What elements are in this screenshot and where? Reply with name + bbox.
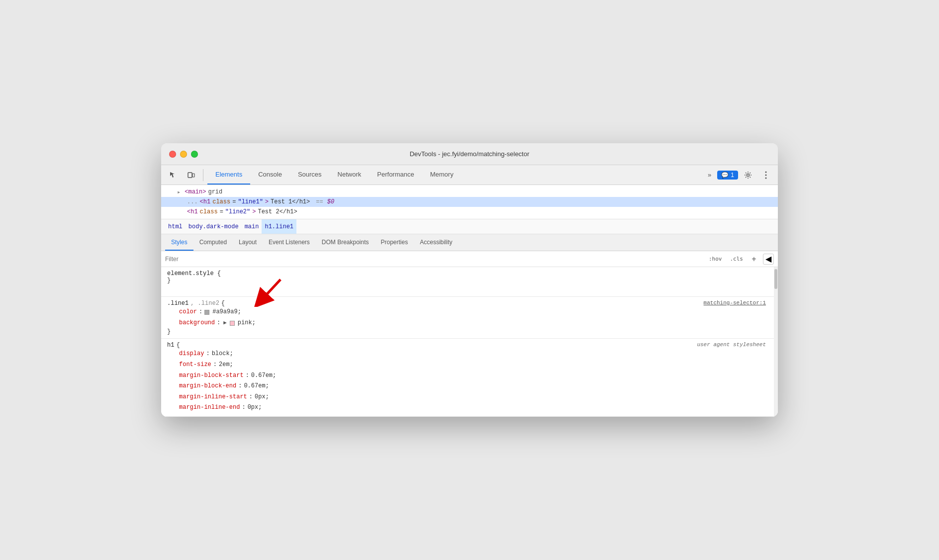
tab-dom-breakpoints[interactable]: DOM Breakpoints: [316, 234, 375, 251]
panel-tabs: Styles Computed Layout Event Listeners D…: [161, 234, 778, 251]
filter-actions: :hov .cls + ◀: [707, 254, 774, 265]
styles-panel: element.style { }: [161, 267, 778, 417]
filter-input[interactable]: [165, 256, 703, 263]
svg-rect-1: [192, 174, 194, 177]
breadcrumb-h1[interactable]: h1.line1: [262, 219, 296, 234]
tab-event-listeners[interactable]: Event Listeners: [263, 234, 316, 251]
line1-line2-block: .line1, .line2 { matching-selector:1 col…: [161, 297, 778, 339]
close-button[interactable]: [169, 151, 176, 158]
user-agent-label: user agent stylesheet: [697, 342, 766, 348]
inspect-element-button[interactable]: [165, 167, 181, 183]
dom-row-main[interactable]: ▸ <main> grid: [161, 187, 778, 197]
tab-accessibility[interactable]: Accessibility: [414, 234, 458, 251]
add-style-button[interactable]: +: [749, 254, 759, 264]
filter-bar: :hov .cls + ◀: [161, 251, 778, 267]
tab-elements[interactable]: Elements: [207, 165, 250, 185]
svg-point-2: [747, 174, 750, 176]
device-toggle-button[interactable]: [183, 167, 199, 183]
toolbar-divider: [203, 169, 203, 181]
prop-display: display : block;: [167, 349, 772, 360]
dom-tree: ▸ <main> grid ... <h1 class="line1"> Tes…: [161, 185, 778, 219]
prop-margin-block-start: margin-block-start : 0.67em;: [167, 371, 772, 381]
tab-computed[interactable]: Computed: [193, 234, 233, 251]
h1-ua-block: h1 { user agent stylesheet display : blo…: [161, 339, 778, 417]
tab-network[interactable]: Network: [330, 165, 370, 185]
scrollbar-thumb[interactable]: [774, 269, 777, 289]
prop-margin-inline-start: margin-inline-start : 0px;: [167, 392, 772, 403]
svg-point-4: [765, 174, 767, 176]
dots-indicator: ...: [187, 198, 198, 205]
tab-performance[interactable]: Performance: [369, 165, 422, 185]
color-swatch-pink[interactable]: [230, 321, 235, 326]
expand-arrow-icon[interactable]: ▶: [223, 318, 227, 328]
cls-button[interactable]: .cls: [728, 255, 746, 263]
breadcrumb-main[interactable]: main: [242, 219, 262, 234]
prop-margin-inline-end: margin-inline-end : 0px;: [167, 402, 772, 413]
settings-button[interactable]: [740, 167, 756, 183]
devtools-toolbar: Elements Console Sources Network Perform…: [161, 165, 778, 185]
source-link-matching[interactable]: matching-selector:1: [704, 300, 766, 306]
feedback-badge[interactable]: 💬 1: [717, 171, 738, 180]
color-swatch-gray[interactable]: [204, 310, 209, 315]
dom-row-h1-line2[interactable]: <h1 class="line2"> Test 2</h1>: [161, 207, 778, 217]
tab-memory[interactable]: Memory: [422, 165, 462, 185]
prop-background: background : ▶ pink;: [167, 318, 772, 329]
toolbar-tabs: Elements Console Sources Network Perform…: [207, 165, 702, 185]
svg-rect-0: [188, 173, 192, 178]
toolbar-right-actions: 💬 1: [717, 167, 774, 183]
tab-sources[interactable]: Sources: [290, 165, 330, 185]
styles-content: element.style { }: [161, 267, 778, 417]
h1-selector: h1 {: [167, 342, 772, 349]
maximize-button[interactable]: [191, 151, 198, 158]
window-title: DevTools - jec.fyi/demo/matching-selecto…: [410, 150, 530, 158]
prop-margin-block-end: margin-block-end : 0.67em;: [167, 381, 772, 392]
dom-row-h1-line1[interactable]: ... <h1 class="line1"> Test 1</h1> == $0: [161, 197, 778, 207]
line1-line2-close: }: [167, 328, 772, 335]
tab-layout[interactable]: Layout: [233, 234, 263, 251]
element-style-selector: element.style {: [167, 270, 772, 277]
tab-properties[interactable]: Properties: [375, 234, 414, 251]
more-tabs-button[interactable]: »: [704, 169, 715, 181]
window-controls: [169, 151, 198, 158]
element-style-close: }: [167, 277, 772, 284]
line1-line2-selector: .line1, .line2 {: [167, 300, 772, 307]
prop-color: color : #a9a9a9;: [167, 307, 772, 318]
prop-font-size: font-size : 2em;: [167, 360, 772, 371]
element-style-block: element.style { }: [161, 267, 778, 297]
layout-toggle-button[interactable]: ◀: [763, 254, 774, 265]
breadcrumb-html[interactable]: html: [165, 219, 186, 234]
tab-console[interactable]: Console: [250, 165, 290, 185]
titlebar: DevTools - jec.fyi/demo/matching-selecto…: [161, 143, 778, 165]
minimize-button[interactable]: [180, 151, 187, 158]
svg-point-5: [765, 177, 767, 179]
tab-styles[interactable]: Styles: [165, 234, 193, 251]
breadcrumb: html body.dark-mode main h1.line1: [161, 219, 778, 234]
kebab-menu-button[interactable]: [758, 167, 774, 183]
breadcrumb-body[interactable]: body.dark-mode: [186, 219, 242, 234]
svg-point-3: [765, 171, 767, 173]
scrollbar-track: [774, 267, 778, 417]
hov-button[interactable]: :hov: [707, 255, 724, 263]
chat-icon: 💬: [721, 172, 729, 179]
devtools-window: DevTools - jec.fyi/demo/matching-selecto…: [161, 143, 778, 417]
